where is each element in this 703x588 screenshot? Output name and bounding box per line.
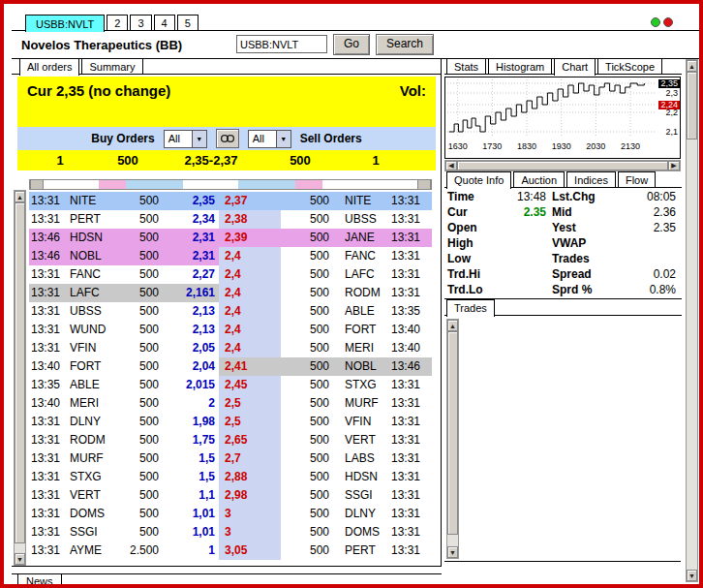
scrollbar-thumb[interactable] <box>457 161 668 170</box>
order-book-row[interactable]: 13:31VERT5001,12,98500SSGI13:31 <box>29 486 432 505</box>
window-tab-5[interactable]: 5 <box>177 15 199 30</box>
ask-time: 13:31 <box>389 394 432 413</box>
trades-scrollbar[interactable]: ▲ ▼ <box>446 319 459 559</box>
chart-scrollbar[interactable]: ◀ ▶ <box>444 160 681 171</box>
scrollbar-thumb[interactable] <box>15 202 25 543</box>
search-button[interactable]: Search <box>376 34 434 55</box>
spacer <box>335 468 343 486</box>
tab-chart[interactable]: Chart <box>554 58 596 76</box>
status-red-icon <box>663 17 673 27</box>
tab-quote-info[interactable]: Quote Info <box>446 171 511 189</box>
order-book-row[interactable]: 13:31NITE5002,352,37500NITE13:31 <box>29 192 432 210</box>
order-book-row[interactable]: 13:46HDSN5002,312,39500JANE13:31 <box>29 229 432 247</box>
column-header-strip[interactable] <box>29 179 432 190</box>
order-book-row[interactable]: 13:31AYME2.50013,05500PERT13:31 <box>29 542 432 560</box>
scroll-left-icon[interactable]: ◀ <box>445 161 457 170</box>
scrollbar-thumb[interactable] <box>687 72 697 139</box>
order-book-row[interactable]: 13:31LAFC5002,1612,4500RODM13:31 <box>29 284 432 302</box>
tab-flow[interactable]: Flow <box>618 171 656 187</box>
trades-panel <box>444 316 681 562</box>
tab-histogram[interactable]: Histogram <box>488 58 552 74</box>
ask-time: 13:31 <box>389 376 432 394</box>
scrollbar-thumb[interactable] <box>447 331 458 535</box>
ask-size: 500 <box>281 486 335 505</box>
order-book-row[interactable]: 13:31DOMS5001,013500DLNY13:31 <box>29 505 432 523</box>
scroll-up-icon[interactable]: ▲ <box>687 60 697 72</box>
tab-tickscope[interactable]: TickScope <box>597 58 662 74</box>
spacer <box>335 192 343 210</box>
ask-time: 13:35 <box>389 302 432 321</box>
tab-trades[interactable]: Trades <box>446 299 495 317</box>
order-book-row[interactable]: 13:31DLNY5001,982,5500VFIN13:31 <box>29 413 432 431</box>
order-book-row[interactable]: 13:31VFIN5002,052,4500MERI13:40 <box>29 339 432 357</box>
scroll-down-icon[interactable]: ▼ <box>15 553 25 565</box>
ask-name: LAFC <box>343 265 389 284</box>
window-tab-3[interactable]: 3 <box>130 15 151 30</box>
bid-size: 500 <box>114 339 165 357</box>
order-book-row[interactable]: 13:31STXG5001,52,88500HDSN13:31 <box>29 468 432 486</box>
scroll-right-icon[interactable]: ▶ <box>668 161 680 170</box>
ask-time: 13:31 <box>389 449 432 468</box>
bid-name: DLNY <box>68 413 114 431</box>
window-tab-usbb-nvlt[interactable]: USBB:NVLT <box>25 15 105 32</box>
spacer <box>335 505 343 523</box>
ask-name: FANC <box>343 247 389 265</box>
bid-price: 1,5 <box>165 449 219 468</box>
ask-time: 13:31 <box>389 192 432 210</box>
tab-news[interactable]: News <box>17 574 62 588</box>
quote-value <box>491 235 549 251</box>
quote-label: VWAP <box>549 235 613 251</box>
bid-time: 13:31 <box>29 321 68 339</box>
bid-name: HDSN <box>68 229 114 247</box>
ask-price: 2,4 <box>219 265 281 284</box>
bid-price: 2,13 <box>165 321 219 339</box>
symbol-input[interactable] <box>236 35 327 53</box>
go-button[interactable]: Go <box>333 34 370 55</box>
bid-price: 2 <box>165 394 219 413</box>
sell-filter-select[interactable]: All ▼ <box>248 130 291 148</box>
chevron-down-icon[interactable]: ▼ <box>276 131 290 147</box>
chevron-down-icon[interactable]: ▼ <box>192 131 206 147</box>
bid-size: 500 <box>114 431 165 449</box>
tab-auction[interactable]: Auction <box>513 171 565 187</box>
order-book-row[interactable]: 13:31PERT5002,342,38500UBSS13:31 <box>29 210 432 229</box>
window-tab-2[interactable]: 2 <box>107 15 128 30</box>
tab-summary[interactable]: Summary <box>81 58 142 74</box>
ask-name: DLNY <box>343 505 389 523</box>
ask-name: VFIN <box>343 413 389 431</box>
ask-price: 2,45 <box>219 376 281 394</box>
buy-filter-select[interactable]: All ▼ <box>164 130 207 148</box>
order-book-row[interactable]: 13:40MERI50022,5500MURF13:31 <box>29 394 432 413</box>
bid-time: 13:40 <box>29 394 68 413</box>
volume-label: Vol: <box>400 82 426 99</box>
scroll-up-icon[interactable]: ▲ <box>447 320 458 331</box>
ask-price: 2,65 <box>219 431 281 449</box>
tab-all-orders[interactable]: All orders <box>19 58 79 76</box>
bid-price: 1,1 <box>165 486 219 505</box>
window-scrollbar[interactable]: ▲ ▼ <box>686 59 698 582</box>
order-book-row[interactable]: 13:31RODM5001,752,65500VERT13:31 <box>29 431 432 449</box>
scroll-down-icon[interactable]: ▼ <box>447 546 458 558</box>
window-tab-4[interactable]: 4 <box>154 15 175 30</box>
order-book-row[interactable]: 13:46NOBL5002,312,4500FANC13:31 <box>29 247 432 265</box>
scroll-down-icon[interactable]: ▼ <box>687 570 697 581</box>
ask-name: SSGI <box>343 486 389 505</box>
ask-price: 2,5 <box>219 413 281 431</box>
order-book-row[interactable]: 13:31WUND5002,132,4500FORT13:40 <box>29 321 432 339</box>
order-book-row[interactable]: 13:31FANC5002,272,4500LAFC13:31 <box>29 265 432 284</box>
order-book-row[interactable]: 13:31UBSS5002,132,4500ABLE13:35 <box>29 302 432 321</box>
column-strip-handle[interactable] <box>30 180 44 189</box>
order-book-scrollbar[interactable]: ▲ ▼ <box>14 190 26 566</box>
order-book-row[interactable]: 13:31MURF5001,52,7500LABS13:31 <box>29 449 432 468</box>
tab-stats[interactable]: Stats <box>446 58 486 74</box>
tab-indices[interactable]: Indices <box>566 171 616 187</box>
order-book-row[interactable]: 13:31SSGI5001,013500DOMS13:31 <box>29 523 432 542</box>
chart-tab-bar: StatsHistogramChartTickScope <box>446 59 662 75</box>
link-filters-button[interactable] <box>216 129 239 148</box>
scroll-up-icon[interactable]: ▲ <box>15 191 25 202</box>
ask-time: 13:31 <box>389 468 432 486</box>
order-book-row[interactable]: 13:35ABLE5002,0152,45500STXG13:31 <box>29 376 432 394</box>
column-strip-handle[interactable] <box>417 180 431 189</box>
column-strip-segment <box>99 180 126 189</box>
order-book-row[interactable]: 13:40FORT5002,042,41500NOBL13:46 <box>29 357 432 376</box>
